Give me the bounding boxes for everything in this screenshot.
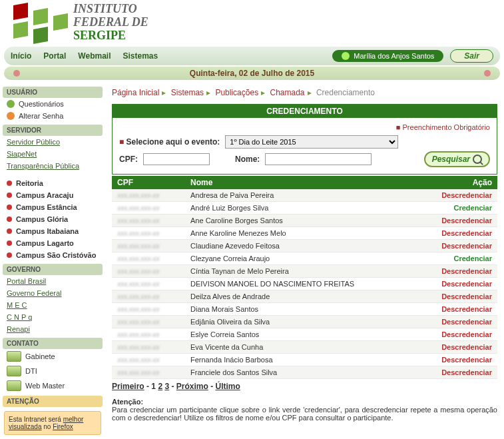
pager-last[interactable]: Último — [215, 382, 240, 391]
link-transparencia[interactable]: Transparência Pública — [7, 162, 79, 170]
pager-next[interactable]: Próximo — [176, 382, 208, 391]
envelope-icon — [7, 380, 21, 391]
pager-first[interactable]: Primeiro — [112, 382, 144, 391]
cell-nome: Cíntia Taynan de Melo Pereira — [185, 265, 424, 278]
campus-lagarto[interactable]: Campus Lagarto — [3, 237, 103, 249]
campus-itabaiana[interactable]: Campus Itabaiana — [3, 225, 103, 237]
descredenciar-link[interactable]: Descredenciar — [441, 330, 492, 338]
bc-sistemas[interactable]: Sistemas — [171, 88, 204, 97]
descredenciar-link[interactable]: Descredenciar — [441, 368, 492, 376]
cell-cpf: xxx.xxx.xxx-xx — [112, 354, 185, 366]
col-cpf: CPF — [112, 176, 185, 189]
campus-reitoria[interactable]: Reitoria — [3, 177, 103, 189]
bullet-icon — [7, 217, 12, 222]
link-servidor-publico[interactable]: Servidor Público — [7, 138, 60, 146]
cell-acao: Descredenciar — [424, 189, 497, 202]
table-row: xxx.xxx.xxx-xxEslye Correia SantosDescre… — [112, 328, 497, 341]
table-row: xxx.xxx.xxx-xxClezyane Correia AraujoCre… — [112, 252, 497, 265]
cell-nome: Fernanda Inácio Barbosa — [185, 354, 424, 366]
cell-cpf: xxx.xxx.xxx-xx — [112, 202, 185, 215]
content: Página Inicial▸ Sistemas▸ Publicações▸ C… — [105, 81, 504, 439]
pager-3[interactable]: 3 — [164, 382, 169, 391]
table-row: xxx.xxx.xxx-xxClaudiane Azevedo FeitosaD… — [112, 240, 497, 252]
sidebar: USUÁRIO Questionários Alterar Senha SERV… — [0, 81, 105, 439]
search-icon — [473, 155, 482, 164]
cell-cpf: xxx.xxx.xxx-xx — [112, 252, 185, 265]
bullet-icon — [7, 240, 12, 246]
table-row: xxx.xxx.xxx-xxAndré Luiz Borges SilvaCre… — [112, 202, 497, 215]
user-icon — [342, 52, 350, 60]
sidebar-head-atencao: ATENÇÃO — [3, 396, 103, 407]
pesquisar-button[interactable]: Pesquisar — [424, 151, 490, 167]
bullet-icon — [7, 228, 12, 234]
nome-input[interactable] — [265, 153, 372, 165]
cell-acao: Descredenciar — [424, 303, 497, 316]
top-nav: Início Portal Webmail Sistemas Marília d… — [4, 47, 500, 65]
contato-gabinete[interactable]: Gabinete — [3, 349, 103, 364]
bullet-icon — [7, 252, 12, 258]
required-note: Preenchimento Obrigatório — [119, 122, 490, 133]
cpf-label: CPF: — [119, 155, 138, 164]
nav-inicio[interactable]: Início — [11, 51, 31, 61]
link-cnpq[interactable]: C N P q — [7, 313, 32, 321]
nav-sistemas[interactable]: Sistemas — [123, 51, 158, 61]
descredenciar-link[interactable]: Descredenciar — [441, 356, 492, 364]
cell-nome: Anne Karoline Menezes Melo — [185, 227, 424, 240]
evento-label: Selecione aqui o evento: — [119, 137, 220, 147]
descredenciar-link[interactable]: Descredenciar — [441, 318, 492, 326]
credenciar-link[interactable]: Credenciar — [454, 254, 492, 262]
credenciar-link[interactable]: Credenciar — [454, 204, 492, 212]
link-portal-brasil[interactable]: Portal Brasil — [7, 277, 46, 285]
cell-acao: Descredenciar — [424, 316, 497, 328]
bc-publicacoes[interactable]: Publicações — [215, 88, 258, 97]
envelope-icon — [7, 351, 21, 362]
cell-cpf: xxx.xxx.xxx-xx — [112, 316, 185, 328]
descredenciar-link[interactable]: Descredenciar — [441, 242, 492, 250]
bullet-icon — [7, 193, 12, 198]
sidebar-head-servidor: SERVIDOR — [3, 125, 103, 136]
cpf-input[interactable] — [143, 153, 210, 165]
descredenciar-link[interactable]: Descredenciar — [441, 343, 492, 351]
date-bar: Quinta-feira, 02 de Julho de 2015 — [4, 67, 500, 80]
logout-button[interactable]: Sair — [450, 49, 493, 63]
descredenciar-link[interactable]: Descredenciar — [441, 280, 492, 288]
table-row: xxx.xxx.xxx-xxDeilza Alves de AndradeDes… — [112, 290, 497, 303]
sidebar-questionarios[interactable]: Questionários — [3, 98, 103, 110]
descredenciar-link[interactable]: Descredenciar — [441, 267, 492, 275]
cell-acao: Descredenciar — [424, 341, 497, 354]
campus-sao-cristovao[interactable]: Campus São Cristóvão — [3, 249, 103, 261]
descredenciar-link[interactable]: Descredenciar — [441, 305, 492, 313]
link-siapenet[interactable]: SiapeNet — [7, 150, 37, 158]
bc-chamada[interactable]: Chamada — [270, 88, 305, 97]
contato-webmaster[interactable]: Web Master — [3, 378, 103, 393]
bullet-icon — [7, 181, 12, 186]
col-acao: Ação — [424, 176, 497, 189]
evento-select[interactable]: 1º Dia do Leite 2015 — [225, 135, 398, 149]
link-governo-federal[interactable]: Governo Federal — [7, 289, 62, 297]
campus-aracaju[interactable]: Campus Aracaju — [3, 189, 103, 201]
cell-acao: Credenciar — [424, 252, 497, 265]
link-renapi[interactable]: Renapi — [7, 325, 30, 333]
pager: Primeiro - 1 2 3 - Próximo - Último — [112, 379, 497, 394]
institution-title: INSTITUTO FEDERAL DE SERGIPE — [73, 3, 148, 42]
sidebar-alterar-senha[interactable]: Alterar Senha — [3, 110, 103, 122]
cell-cpf: xxx.xxx.xxx-xx — [112, 189, 185, 202]
bc-home[interactable]: Página Inicial — [112, 88, 159, 97]
descredenciar-link[interactable]: Descredenciar — [441, 292, 492, 300]
campus-estancia[interactable]: Campus Estância — [3, 201, 103, 213]
link-mec[interactable]: M E C — [7, 301, 27, 309]
contato-dti[interactable]: DTI — [3, 364, 103, 378]
cell-acao: Descredenciar — [424, 240, 497, 252]
cell-nome: Eva Vicente da Cunha — [185, 341, 424, 354]
cell-acao: Descredenciar — [424, 265, 497, 278]
campus-gloria[interactable]: Campus Glória — [3, 213, 103, 225]
descredenciar-link[interactable]: Descredenciar — [441, 229, 492, 237]
descredenciar-link[interactable]: Descredenciar — [441, 217, 492, 224]
descredenciar-link[interactable]: Descredenciar — [441, 191, 492, 199]
pager-1: 1 — [151, 382, 156, 391]
nav-portal[interactable]: Portal — [43, 51, 66, 61]
panel: CREDENCIAMENTO Preenchimento Obrigatório… — [112, 104, 497, 175]
cell-cpf: xxx.xxx.xxx-xx — [112, 328, 185, 341]
pager-2[interactable]: 2 — [158, 382, 162, 391]
nav-webmail[interactable]: Webmail — [78, 51, 111, 61]
